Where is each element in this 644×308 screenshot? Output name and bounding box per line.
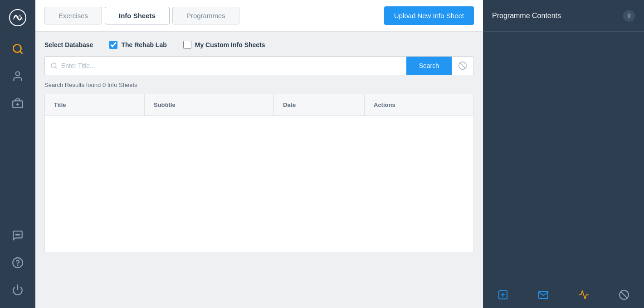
custom-info-sheets-checkbox[interactable]: [183, 41, 191, 49]
svg-point-2: [16, 72, 20, 76]
tab-info-sheets[interactable]: Info Sheets: [105, 7, 170, 24]
clear-search-button[interactable]: [454, 57, 472, 75]
search-bar: Search: [44, 56, 474, 75]
tab-programmes[interactable]: Programmes: [172, 7, 239, 24]
col-actions: Actions: [365, 94, 473, 116]
custom-info-sheets-label: My Custom Info Sheets: [195, 41, 265, 48]
upload-info-sheet-button[interactable]: Upload New Info Sheet: [384, 6, 474, 25]
svg-line-14: [460, 63, 465, 68]
activity-bottom-icon[interactable]: [572, 284, 595, 306]
contacts-nav-icon[interactable]: [0, 63, 35, 90]
bottom-bar: [483, 281, 644, 308]
svg-point-8: [19, 234, 20, 235]
clear-icon: [458, 61, 467, 70]
chat-nav-icon[interactable]: [0, 222, 35, 249]
svg-point-7: [17, 234, 18, 235]
right-panel-header: Programme Contents 0: [483, 0, 644, 32]
main-content: Exercises Info Sheets Programmes Upload …: [35, 0, 483, 308]
programme-contents-title: Programme Contents: [492, 12, 561, 20]
right-panel-body: [483, 32, 644, 281]
right-panel: Programme Contents 0: [483, 0, 644, 308]
svg-point-6: [16, 234, 17, 235]
select-database-label: Select Database: [44, 41, 93, 48]
search-nav-icon[interactable]: [0, 35, 35, 63]
table-header: Title Subtitle Date Actions: [45, 94, 473, 116]
col-subtitle: Subtitle: [145, 94, 274, 116]
search-input[interactable]: [61, 57, 401, 75]
results-table: Title Subtitle Date Actions: [44, 94, 474, 252]
sidebar-bottom: [0, 222, 35, 308]
rehab-lab-checkbox-group[interactable]: The Rehab Lab: [109, 41, 166, 49]
search-button[interactable]: Search: [406, 57, 452, 75]
results-text: Search Results found 0 Info Sheets: [44, 82, 474, 88]
tab-navigation: Exercises Info Sheets Programmes: [44, 7, 242, 24]
add-patient-bottom-icon[interactable]: [492, 284, 514, 306]
sidebar: [0, 0, 35, 308]
rehab-lab-label: The Rehab Lab: [121, 41, 166, 48]
col-title: Title: [45, 94, 145, 116]
svg-line-19: [621, 291, 627, 298]
messages-bottom-icon[interactable]: [532, 284, 555, 306]
content-area: Select Database The Rehab Lab My Custom …: [35, 32, 483, 308]
search-input-wrap: [45, 57, 406, 75]
table-body: [45, 116, 473, 252]
block-bottom-icon[interactable]: [613, 284, 635, 306]
database-selector: Select Database The Rehab Lab My Custom …: [44, 41, 474, 49]
rehab-lab-checkbox[interactable]: [109, 41, 117, 49]
programme-contents-count: 0: [623, 10, 635, 22]
svg-point-10: [17, 265, 18, 265]
tab-exercises[interactable]: Exercises: [44, 7, 102, 24]
sidebar-logo: [0, 0, 35, 35]
briefcase-nav-icon[interactable]: [0, 90, 35, 117]
col-date: Date: [274, 94, 365, 116]
search-icon: [50, 62, 58, 69]
power-nav-icon[interactable]: [0, 276, 35, 303]
top-bar: Exercises Info Sheets Programmes Upload …: [35, 0, 483, 32]
custom-info-sheets-checkbox-group[interactable]: My Custom Info Sheets: [183, 41, 265, 49]
help-nav-icon[interactable]: [0, 249, 35, 276]
